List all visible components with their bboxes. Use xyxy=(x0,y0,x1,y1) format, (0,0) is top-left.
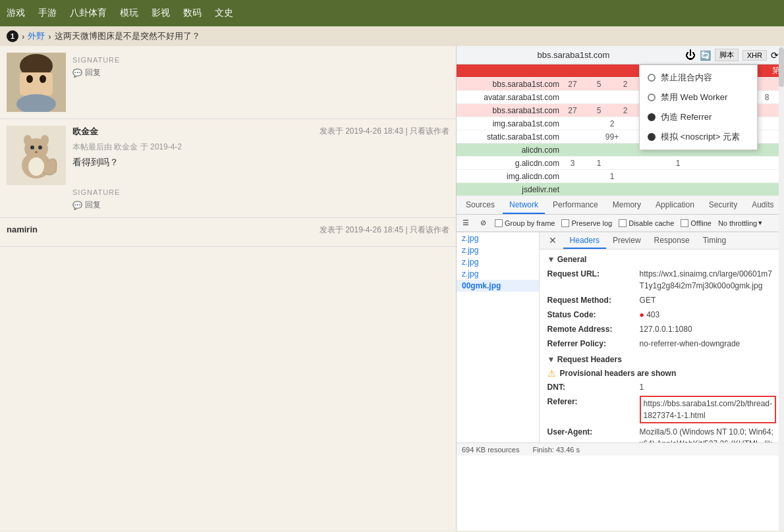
warning-text: Provisional headers are shown xyxy=(560,369,677,378)
network-row-img-alicdn[interactable]: img.alicdn.com 1 xyxy=(457,170,784,183)
file-item-2[interactable]: z.jpg xyxy=(457,244,539,256)
close-tab[interactable]: ✕ xyxy=(542,232,563,249)
referer-label: Referer: xyxy=(547,396,640,423)
remote-address-row: Remote Address: 127.0.0.1:1080 xyxy=(547,323,776,335)
tab-security[interactable]: Security xyxy=(702,196,744,214)
request-headers-title: Request Headers xyxy=(547,355,776,364)
file-item-4[interactable]: z.jpg xyxy=(457,268,539,280)
radio-fake-referrer xyxy=(648,113,656,121)
file-item-5[interactable]: 00gmk.jpg xyxy=(457,280,539,292)
col2-bbs2: 5 xyxy=(586,106,612,115)
group-by-frame-checkbox[interactable]: Group by frame xyxy=(495,219,555,227)
nav-item-gossip[interactable]: 八卦体育 xyxy=(70,7,107,19)
radio-block-mixed xyxy=(648,74,656,82)
file-item-1[interactable]: z.jpg xyxy=(457,232,539,244)
post-item-1: SIGNATURE 💬 回复 xyxy=(0,46,456,119)
address-text: bbs.saraba1st.com xyxy=(462,50,685,60)
network-row-g-alicdn[interactable]: g.alicdn.com 3 1 1 xyxy=(457,157,784,170)
file-item-3[interactable]: z.jpg xyxy=(457,256,539,268)
post-reply-1[interactable]: 💬 回复 xyxy=(72,67,449,78)
script-button[interactable]: 脚本 xyxy=(715,49,739,61)
nav-item-digital[interactable]: 数码 xyxy=(183,7,202,19)
post-body-2: 欧金金 发表于 2019-4-26 18:43 | 只看该作者 本帖最后由 欧金… xyxy=(72,126,449,211)
tab-sources[interactable]: Sources xyxy=(459,196,501,214)
radio-mock-noscript xyxy=(648,133,656,141)
context-menu-item-2[interactable]: 禁用 Web Worker xyxy=(640,88,757,107)
remote-address-value: 127.0.0.1:1080 xyxy=(640,323,692,335)
svg-point-11 xyxy=(24,135,32,146)
col1-bbs2: 27 xyxy=(559,106,586,115)
xhr-button[interactable]: XHR xyxy=(742,50,767,61)
nav-item-models[interactable]: 模玩 xyxy=(120,7,138,19)
top-nav: 游戏 手游 八卦体育 模玩 影视 数码 文史 xyxy=(0,0,784,26)
col5-g-alicdn: 1 xyxy=(665,159,691,168)
domain-bbs2: bbs.saraba1st.com xyxy=(461,106,559,115)
request-url-value: https://wx1.sinaimg.cn/large/00601m7T1y1… xyxy=(640,268,776,292)
general-section: General Request URL: https://wx1.sinaimg… xyxy=(547,255,776,350)
checkbox-group-icon xyxy=(495,219,503,227)
tab-application[interactable]: Application xyxy=(649,196,701,214)
browser-icons: ⏻ 🔄 脚本 XHR ⟳ xyxy=(685,49,779,61)
context-menu-item-4[interactable]: 模拟 <noscript> 元素 xyxy=(640,127,757,147)
domain-avatar: avatar.saraba1st.com xyxy=(461,93,559,102)
nav-item-games[interactable]: 游戏 xyxy=(7,7,25,19)
disable-cache-checkbox[interactable]: Disable cache xyxy=(619,219,674,227)
request-method-row: Request Method: GET xyxy=(547,294,776,306)
address-bar: bbs.saraba1st.com ⏻ 🔄 脚本 XHR ⟳ xyxy=(457,46,784,65)
status-code-row: Status Code: 403 xyxy=(547,309,776,321)
domain-jsdelivr: jsdelivr.net xyxy=(461,185,559,194)
devtools-tabs: Sources Network Performance Memory Appli… xyxy=(457,196,784,215)
svg-point-14 xyxy=(38,146,42,149)
offline-checkbox[interactable]: Offline xyxy=(681,219,712,227)
post-header-3: namirin 发表于 2019-4-26 18:45 | 只看该作者 xyxy=(7,225,449,236)
reload-button[interactable]: ⟳ xyxy=(771,50,779,61)
domain-alicdn: alicdn.com xyxy=(461,146,559,155)
post-reply-2[interactable]: 💬 回复 xyxy=(72,200,449,211)
refresh-icon[interactable]: 🔄 xyxy=(700,50,711,61)
tab-performance[interactable]: Performance xyxy=(546,196,605,214)
remote-address-label: Remote Address: xyxy=(547,323,640,335)
no-throttling-dropdown[interactable]: No throttling ▾ xyxy=(718,219,762,227)
nav-item-film[interactable]: 影视 xyxy=(152,7,170,19)
user-agent-value: Mozilla/5.0 (Windows NT 10.0; Win64; x64… xyxy=(640,426,776,442)
col1-g-alicdn: 3 xyxy=(559,159,586,168)
breadcrumb-path1[interactable]: 外野 xyxy=(28,30,45,42)
post-edit-note-2: 本帖最后由 欧金金 于 2019-4-2 xyxy=(72,142,449,153)
svg-point-5 xyxy=(40,75,46,83)
col3-img-alicdn: 1 xyxy=(599,172,625,181)
context-menu-item-1[interactable]: 禁止混合内容 xyxy=(640,68,757,88)
breadcrumb: 1 › 外野 › 这两天微博图床是不是突然不好用了？ xyxy=(0,26,784,46)
context-menu-item-3[interactable]: 伪造 Referrer xyxy=(640,107,757,127)
toolbar-icon-filter[interactable]: ⊘ xyxy=(478,218,488,228)
devtools-panel: bbs.saraba1st.com ⏻ 🔄 脚本 XHR ⟳ 禁止混合内容 禁用… xyxy=(457,46,784,531)
detail-tab-response[interactable]: Response xyxy=(648,232,696,249)
domain-img: img.saraba1st.com xyxy=(461,119,559,128)
radio-disable-worker xyxy=(648,93,656,101)
tab-audits[interactable]: Audits xyxy=(745,196,780,214)
request-url-row: Request URL: https://wx1.sinaimg.cn/larg… xyxy=(547,268,776,292)
toolbar-icon-list[interactable]: ☰ xyxy=(461,218,471,228)
post-author-2[interactable]: 欧金金 xyxy=(72,126,98,138)
detail-content: General Request URL: https://wx1.sinaimg… xyxy=(540,250,784,442)
col4-avatar: 8 xyxy=(754,93,780,102)
network-row-jsdelivr[interactable]: jsdelivr.net xyxy=(457,183,784,196)
nav-item-history[interactable]: 文史 xyxy=(215,7,233,19)
preserve-log-checkbox[interactable]: Preserve log xyxy=(561,219,612,227)
detail-tab-timing[interactable]: Timing xyxy=(696,232,733,249)
post-body-1: SIGNATURE 💬 回复 xyxy=(72,53,449,112)
user-agent-row: User-Agent: Mozilla/5.0 (Windows NT 10.0… xyxy=(547,426,776,442)
detail-tab-preview[interactable]: Preview xyxy=(606,232,648,249)
detail-tab-headers[interactable]: Headers xyxy=(563,232,606,249)
tab-network[interactable]: Network xyxy=(503,196,545,214)
chevron-down-icon: ▾ xyxy=(758,219,762,227)
nav-item-mobile[interactable]: 手游 xyxy=(38,7,57,19)
tab-memory[interactable]: Memory xyxy=(606,196,648,214)
breadcrumb-path2: 这两天微博图床是不是突然不好用了？ xyxy=(55,30,200,42)
post-header-2: 欧金金 发表于 2019-4-26 18:43 | 只看该作者 xyxy=(72,126,449,138)
power-icon[interactable]: ⏻ xyxy=(685,49,696,61)
context-menu-label-1: 禁止混合内容 xyxy=(661,72,712,84)
detail-panel: ✕ Headers Preview Response Timing Genera… xyxy=(540,232,784,442)
post-author-3[interactable]: namirin xyxy=(7,225,38,236)
domain-bbs: bbs.saraba1st.com xyxy=(461,80,559,89)
referer-row: Referer: https://bbs.saraba1st.com/2b/th… xyxy=(547,396,776,423)
